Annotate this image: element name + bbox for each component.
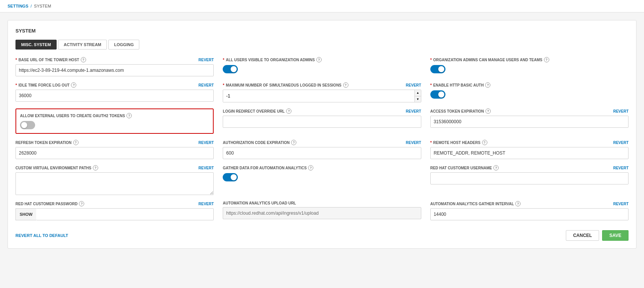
show-password-button[interactable]: SHOW <box>15 208 36 220</box>
tab-misc-system[interactable]: MISC. SYSTEM <box>15 40 57 50</box>
max-sessions-spin-down[interactable]: ▼ <box>415 96 421 102</box>
field-access-token-label-row: ACCESS TOKEN EXPIRATION ? REVERT <box>430 108 629 114</box>
org-admins-toggle[interactable] <box>430 65 445 73</box>
red-hat-username-help-icon[interactable]: ? <box>493 165 499 170</box>
field-remote-host-label-row: * REMOTE HOST HEADERS ? REVERT <box>430 140 629 145</box>
custom-venv-revert[interactable]: REVERT <box>199 166 214 170</box>
refresh-token-revert[interactable]: REVERT <box>199 141 214 145</box>
max-sessions-label: MAXIMUM NUMBER OF SIMULTANEOUS LOGGED IN… <box>226 83 341 87</box>
max-sessions-input[interactable] <box>223 90 414 102</box>
allow-external-toggle[interactable] <box>20 121 35 129</box>
field-base-url: * BASE URL OF THE TOWER HOST ? REVERT <box>15 57 214 76</box>
auth-code-help-icon[interactable]: ? <box>291 140 296 145</box>
breadcrumb-settings-link[interactable]: SETTINGS <box>8 4 28 8</box>
access-token-help-icon[interactable]: ? <box>485 108 491 114</box>
all-users-help-icon[interactable]: ? <box>316 57 322 62</box>
field-refresh-token-label-row: REFRESH TOKEN EXPIRATION ? REVERT <box>15 140 214 145</box>
login-redirect-help-icon[interactable]: ? <box>286 108 291 114</box>
login-redirect-label: LOGIN REDIRECT OVERRIDE URL <box>223 109 285 113</box>
cancel-button[interactable]: CANCEL <box>566 230 599 241</box>
tab-activity-stream[interactable]: ACTIVITY STREAM <box>58 40 107 50</box>
field-org-admins: * ORGANIZATION ADMINS CAN MANAGE USERS A… <box>430 57 629 76</box>
org-admins-toggle-thumb <box>438 66 444 72</box>
all-users-toggle[interactable] <box>223 65 238 73</box>
field-automation-upload-label-row: AUTOMATION ANALYTICS UPLOAD URL <box>223 201 421 205</box>
refresh-token-help-icon[interactable]: ? <box>73 140 79 145</box>
red-hat-username-revert[interactable]: REVERT <box>613 166 629 170</box>
max-sessions-spin-up[interactable]: ▲ <box>415 90 421 96</box>
revert-all-link[interactable]: REVERT ALL TO DEFAULT <box>15 233 68 238</box>
base-url-revert[interactable]: REVERT <box>199 58 214 62</box>
required-star-4: * <box>15 83 17 87</box>
field-red-hat-username: RED HAT CUSTOMER USERNAME ? REVERT <box>430 165 629 195</box>
field-idle-time: * IDLE TIME FORCE LOG OUT ? REVERT <box>15 82 214 102</box>
field-idle-time-label-row: * IDLE TIME FORCE LOG OUT ? REVERT <box>15 82 214 88</box>
tab-logging[interactable]: LOGGING <box>108 40 139 50</box>
field-max-sessions: * MAXIMUM NUMBER OF SIMULTANEOUS LOGGED … <box>223 82 421 102</box>
form-grid: * BASE URL OF THE TOWER HOST ? REVERT * … <box>15 57 629 220</box>
field-allow-external-label-row: ALLOW EXTERNAL USERS TO CREATE OAUTH2 TO… <box>20 113 209 118</box>
breadcrumb: SETTINGS / SYSTEM <box>0 0 644 12</box>
auth-code-input[interactable] <box>223 147 421 159</box>
field-allow-external: ALLOW EXTERNAL USERS TO CREATE OAUTH2 TO… <box>20 113 209 129</box>
field-auth-code-label-row: AUTHORIZATION CODE EXPIRATION ? REVERT <box>223 140 421 145</box>
field-custom-venv: CUSTOM VIRTUAL ENVIRONMENT PATHS ? REVER… <box>15 165 214 195</box>
refresh-token-input[interactable] <box>15 147 214 159</box>
remote-host-revert[interactable]: REVERT <box>613 141 629 145</box>
field-red-hat-password: RED HAT CUSTOMER PASSWORD ? REVERT SHOW <box>15 201 214 220</box>
allow-external-help-icon[interactable]: ? <box>126 113 132 118</box>
red-hat-password-input[interactable] <box>36 208 214 220</box>
idle-time-help-icon[interactable]: ? <box>71 82 76 88</box>
max-sessions-spinners: ▲ ▼ <box>414 90 421 102</box>
refresh-token-label: REFRESH TOKEN EXPIRATION <box>15 141 72 145</box>
save-button[interactable]: SAVE <box>602 230 629 241</box>
remote-host-input[interactable] <box>430 147 629 159</box>
remote-host-help-icon[interactable]: ? <box>482 140 487 145</box>
idle-time-revert[interactable]: REVERT <box>199 83 214 87</box>
base-url-input[interactable] <box>15 64 214 76</box>
red-hat-password-help-icon[interactable]: ? <box>79 201 84 206</box>
field-gather-data: GATHER DATA FOR AUTOMATION ANALYTICS ? <box>223 165 421 195</box>
max-sessions-revert[interactable]: REVERT <box>406 83 421 87</box>
password-input-wrap: SHOW <box>15 208 214 220</box>
red-hat-username-input[interactable] <box>430 172 629 184</box>
enable-http-help-icon[interactable]: ? <box>485 82 490 88</box>
access-token-revert[interactable]: REVERT <box>613 109 629 113</box>
automation-interval-help-icon[interactable]: ? <box>515 201 521 206</box>
enable-http-label: ENABLE HTTP BASIC AUTH <box>433 83 484 87</box>
access-token-input[interactable] <box>430 116 629 128</box>
red-hat-password-revert[interactable]: REVERT <box>199 202 214 206</box>
field-automation-upload: AUTOMATION ANALYTICS UPLOAD URL <box>223 201 421 220</box>
gather-data-label: GATHER DATA FOR AUTOMATION ANALYTICS <box>223 166 307 170</box>
custom-venv-textarea[interactable] <box>15 172 214 195</box>
auth-code-revert[interactable]: REVERT <box>406 141 421 145</box>
all-users-toggle-wrap <box>223 65 421 73</box>
org-admins-help-icon[interactable]: ? <box>544 57 549 62</box>
automation-interval-input[interactable] <box>430 208 629 220</box>
idle-time-label: IDLE TIME FORCE LOG OUT <box>18 83 70 87</box>
field-enable-http: * ENABLE HTTP BASIC AUTH ? <box>430 82 629 102</box>
login-redirect-input[interactable] <box>223 116 421 128</box>
gather-data-help-icon[interactable]: ? <box>308 165 313 170</box>
enable-http-toggle[interactable] <box>430 90 445 99</box>
automation-interval-revert[interactable]: REVERT <box>613 202 629 206</box>
login-redirect-revert[interactable]: REVERT <box>406 109 421 113</box>
custom-venv-help-icon[interactable]: ? <box>93 165 98 170</box>
required-star: * <box>15 58 17 62</box>
field-refresh-token: REFRESH TOKEN EXPIRATION ? REVERT <box>15 140 214 159</box>
enable-http-toggle-wrap <box>430 90 629 99</box>
idle-time-input[interactable] <box>15 90 214 102</box>
max-sessions-help-icon[interactable]: ? <box>343 82 348 88</box>
field-login-redirect: LOGIN REDIRECT OVERRIDE URL ? REVERT <box>223 108 421 134</box>
all-users-label: ALL USERS VISIBLE TO ORGANIZATION ADMINS <box>226 58 315 62</box>
field-org-admins-label-row: * ORGANIZATION ADMINS CAN MANAGE USERS A… <box>430 57 629 62</box>
automation-interval-label: AUTOMATION ANALYTICS GATHER INTERVAL <box>430 202 514 206</box>
access-token-label: ACCESS TOKEN EXPIRATION <box>430 109 484 113</box>
field-allow-external-highlighted: ALLOW EXTERNAL USERS TO CREATE OAUTH2 TO… <box>15 108 214 134</box>
base-url-label: BASE URL OF THE TOWER HOST <box>18 58 79 62</box>
allow-external-toggle-wrap <box>20 121 209 129</box>
gather-data-toggle[interactable] <box>223 173 238 181</box>
base-url-help-icon[interactable]: ? <box>81 57 86 62</box>
required-star-3: * <box>430 58 432 62</box>
red-hat-password-label: RED HAT CUSTOMER PASSWORD <box>15 202 77 206</box>
